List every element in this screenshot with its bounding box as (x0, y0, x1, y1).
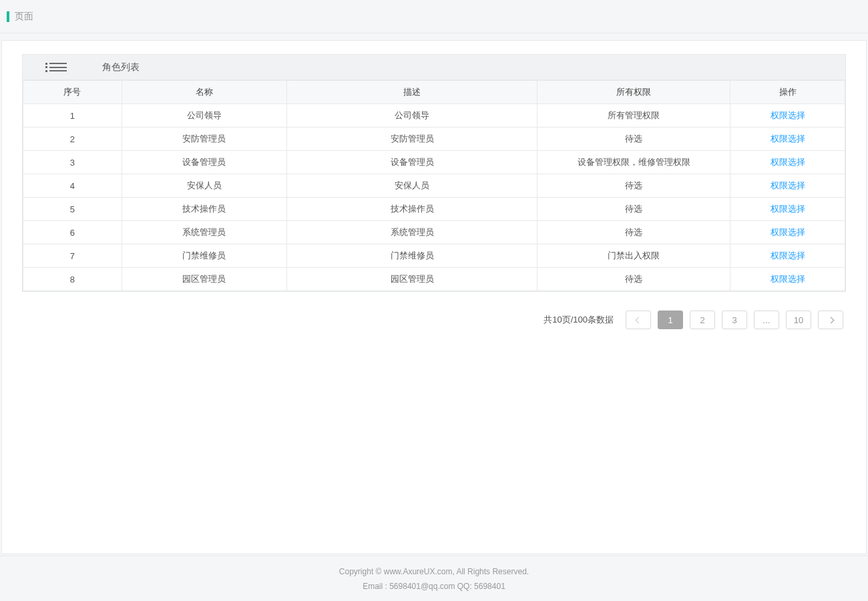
cell-desc: 公司领导 (287, 104, 537, 128)
permission-select-link[interactable]: 权限选择 (771, 110, 805, 120)
permission-select-link[interactable]: 权限选择 (771, 274, 805, 284)
top-bar: 页面 (0, 0, 868, 33)
cell-perm: 待选 (537, 221, 730, 244)
col-header-desc: 描述 (287, 81, 537, 104)
breadcrumb: 页面 (15, 11, 33, 23)
permission-select-link[interactable]: 权限选择 (771, 227, 805, 237)
page-number-button[interactable]: 1 (658, 311, 683, 329)
cell-perm: 门禁出入权限 (537, 244, 730, 268)
table-row: 5技术操作员技术操作员待选权限选择 (23, 198, 845, 221)
pagination: 共10页/100条数据 123...10 (22, 311, 846, 329)
cell-seq: 3 (23, 151, 122, 174)
page-prev-button[interactable] (626, 311, 651, 329)
permission-select-link[interactable]: 权限选择 (771, 157, 805, 167)
chevron-left-icon (635, 317, 642, 323)
permission-select-link[interactable]: 权限选择 (771, 204, 805, 214)
col-header-name: 名称 (122, 81, 286, 104)
cell-seq: 8 (23, 268, 122, 291)
page-number-button[interactable]: 2 (690, 311, 715, 329)
table-row: 6系统管理员系统管理员待选权限选择 (23, 221, 845, 244)
accent-bar (7, 11, 9, 22)
cell-seq: 5 (23, 198, 122, 221)
cell-desc: 安防管理员 (287, 128, 537, 151)
cell-desc: 系统管理员 (287, 221, 537, 244)
cell-name: 安保人员 (122, 174, 286, 198)
permission-select-link[interactable]: 权限选择 (771, 250, 805, 260)
cell-op: 权限选择 (730, 198, 845, 221)
cell-name: 园区管理员 (122, 268, 286, 291)
cell-op: 权限选择 (730, 244, 845, 268)
footer-copyright: Copyright © www.AxureUX.com, All Rights … (339, 567, 529, 576)
list-icon (45, 63, 67, 72)
cell-perm: 待选 (537, 128, 730, 151)
cell-seq: 6 (23, 221, 122, 244)
cell-seq: 7 (23, 244, 122, 268)
cell-op: 权限选择 (730, 151, 845, 174)
table-row: 3设备管理员设备管理员设备管理权限，维修管理权限权限选择 (23, 151, 845, 174)
cell-seq: 4 (23, 174, 122, 198)
footer: Copyright © www.AxureUX.com, All Rights … (0, 556, 868, 601)
cell-perm: 待选 (537, 174, 730, 198)
chevron-right-icon (827, 317, 834, 323)
table-row: 2安防管理员安防管理员待选权限选择 (23, 128, 845, 151)
cell-seq: 2 (23, 128, 122, 151)
panel-header: 角色列表 (23, 55, 845, 80)
cell-op: 权限选择 (730, 128, 845, 151)
col-header-perm: 所有权限 (537, 81, 730, 104)
cell-name: 系统管理员 (122, 221, 286, 244)
cell-op: 权限选择 (730, 174, 845, 198)
table-row: 1公司领导公司领导所有管理权限权限选择 (23, 104, 845, 128)
cell-perm: 待选 (537, 198, 730, 221)
col-header-seq: 序号 (23, 81, 122, 104)
cell-desc: 安保人员 (287, 174, 537, 198)
cell-op: 权限选择 (730, 221, 845, 244)
table-row: 4安保人员安保人员待选权限选择 (23, 174, 845, 198)
panel-title: 角色列表 (102, 61, 140, 73)
cell-op: 权限选择 (730, 104, 845, 128)
cell-name: 设备管理员 (122, 151, 286, 174)
cell-desc: 园区管理员 (287, 268, 537, 291)
permission-select-link[interactable]: 权限选择 (771, 180, 805, 190)
cell-name: 门禁维修员 (122, 244, 286, 268)
cell-desc: 门禁维修员 (287, 244, 537, 268)
page-next-button[interactable] (818, 311, 843, 329)
page-ellipsis: ... (754, 311, 779, 329)
cell-desc: 技术操作员 (287, 198, 537, 221)
table-row: 7门禁维修员门禁维修员门禁出入权限权限选择 (23, 244, 845, 268)
cell-perm: 待选 (537, 268, 730, 291)
page-info: 共10页/100条数据 (544, 314, 614, 326)
table-row: 8园区管理员园区管理员待选权限选择 (23, 268, 845, 291)
cell-op: 权限选择 (730, 268, 845, 291)
table-header-row: 序号 名称 描述 所有权限 操作 (23, 81, 845, 104)
permission-select-link[interactable]: 权限选择 (771, 134, 805, 144)
cell-desc: 设备管理员 (287, 151, 537, 174)
cell-seq: 1 (23, 104, 122, 128)
role-table: 序号 名称 描述 所有权限 操作 1公司领导公司领导所有管理权限权限选择2安防管… (23, 80, 845, 291)
cell-name: 技术操作员 (122, 198, 286, 221)
page-number-button[interactable]: 3 (722, 311, 747, 329)
content-wrapper: 角色列表 序号 名称 描述 所有权限 操作 1公司领导公司领导所有管理权限权限选… (1, 40, 867, 554)
cell-name: 安防管理员 (122, 128, 286, 151)
role-list-panel: 角色列表 序号 名称 描述 所有权限 操作 1公司领导公司领导所有管理权限权限选… (22, 54, 846, 292)
cell-perm: 所有管理权限 (537, 104, 730, 128)
footer-contact: Email : 5698401@qq.com QQ: 5698401 (363, 582, 505, 591)
cell-name: 公司领导 (122, 104, 286, 128)
col-header-op: 操作 (730, 81, 845, 104)
page-number-button[interactable]: 10 (786, 311, 811, 329)
cell-perm: 设备管理权限，维修管理权限 (537, 151, 730, 174)
